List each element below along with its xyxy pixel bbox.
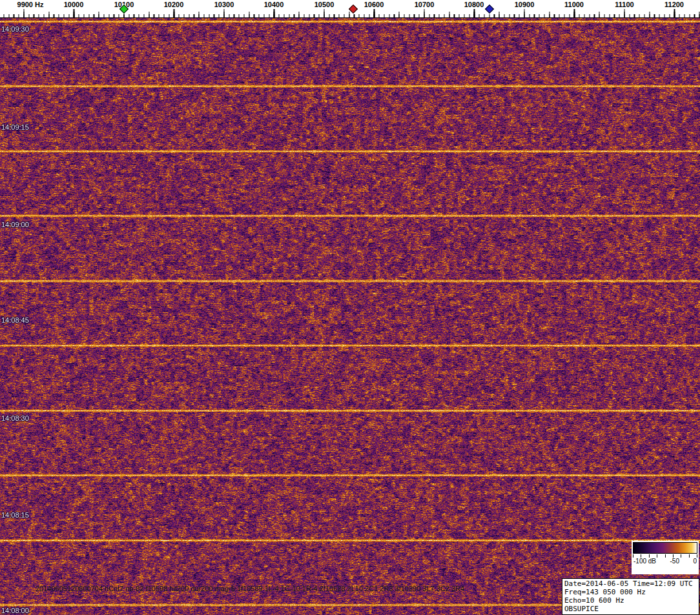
db-scale-legend: -100 dB -50 0 xyxy=(632,541,699,574)
freq-tick-label: 10800 xyxy=(464,1,484,8)
freq-tick-label: 10900 xyxy=(515,1,535,8)
freq-tick-label: 10400 xyxy=(264,1,284,8)
time-tick-label: 14:09:15 xyxy=(1,123,29,131)
time-tick-label: 14:08:15 xyxy=(1,511,29,519)
db-label-max: 0 xyxy=(693,558,697,565)
freq-tick-label: 11000 xyxy=(564,1,584,8)
db-label-min: -100 dB xyxy=(633,558,656,565)
meteor-spectrogram-app: 9900 Hz100001010010200103001040010500106… xyxy=(0,0,700,615)
db-scale-labels: -100 dB -50 0 xyxy=(633,558,697,565)
freq-tick-label: 10300 xyxy=(214,1,234,8)
freq-tick-label: 10200 xyxy=(164,1,184,8)
time-tick-label: 14:09:00 xyxy=(1,221,29,228)
db-label-mid: -50 xyxy=(670,558,679,565)
time-tick-label: 14:08:00 xyxy=(1,607,29,614)
info-frequency: Freq=143 050 000 Hz xyxy=(564,588,697,596)
info-station: OBSUPICE xyxy=(564,605,697,613)
time-tick-label: 14:08:30 xyxy=(1,414,29,422)
red-frequency-marker-icon[interactable] xyxy=(349,5,358,14)
freq-tick-label: 9900 Hz xyxy=(17,1,44,8)
blue-frequency-marker-icon[interactable] xyxy=(485,5,494,14)
info-echo: Echo=10 600 Hz xyxy=(564,596,697,605)
frequency-ruler[interactable]: 9900 Hz100001010010200103001040010500106… xyxy=(0,0,700,18)
freq-tick-label: 10700 xyxy=(415,1,435,8)
freq-tick-label: 10600 xyxy=(364,1,384,8)
detection-annotation: 20140605120800704 hCnt7 nb-82 f10598 hit… xyxy=(36,585,464,592)
waterfall-display[interactable] xyxy=(0,18,700,615)
freq-tick-label: 11200 xyxy=(664,1,684,8)
time-tick-label: 14:09:30 xyxy=(1,25,29,33)
info-date-time: Date=2014-06-05 Time=12:09 UTC xyxy=(564,580,697,588)
freq-tick-label: 10000 xyxy=(64,1,84,8)
time-tick-label: 14:08:45 xyxy=(1,316,29,324)
observation-info-box: Date=2014-06-05 Time=12:09 UTC Freq=143 … xyxy=(562,578,699,615)
freq-tick-label: 10500 xyxy=(314,1,335,8)
db-gradient-bar xyxy=(633,542,697,554)
freq-tick-label: 11100 xyxy=(615,1,633,8)
